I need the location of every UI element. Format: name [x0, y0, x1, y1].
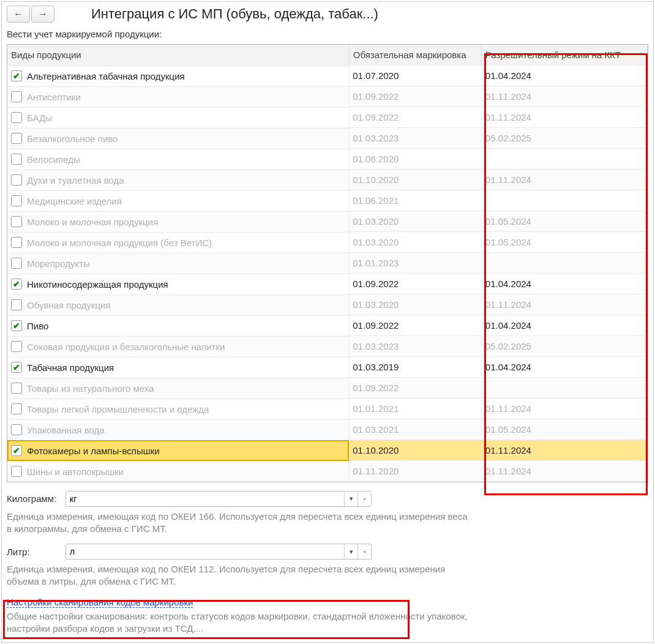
subtitle-label: Вести учет маркируемой продукции:	[7, 29, 648, 39]
row-name-label: Товары легкой промышленности и одежда	[27, 404, 209, 414]
table-row[interactable]: Товары легкой промышленности и одежда01.…	[7, 399, 648, 419]
table-row[interactable]: Обувная продукция01.03.202001.11.2024	[7, 294, 648, 315]
table-row[interactable]: Велосипеды01.06.2020	[7, 149, 648, 170]
row-name-label: Шины и автопокрышки	[27, 466, 124, 477]
kg-dropdown-button[interactable]: ▾	[344, 492, 357, 506]
col-header-name[interactable]: Виды продукции	[7, 45, 349, 66]
row-checkbox[interactable]	[11, 445, 22, 456]
liter-open-button[interactable]: ▫	[357, 544, 371, 559]
row-name-label: Духи и туалетная вода	[27, 175, 124, 185]
row-kkt-cell: 01.05.2024	[481, 232, 647, 253]
row-checkbox[interactable]	[11, 279, 22, 290]
row-checkbox[interactable]	[11, 174, 22, 185]
row-checkbox[interactable]	[11, 258, 22, 269]
kg-input[interactable]	[66, 492, 344, 506]
table-row[interactable]: Товары из натурального меха01.09.2022	[7, 378, 648, 399]
open-ref-icon: ▫	[364, 495, 366, 503]
table-row[interactable]: Морепродукты01.01.2023	[7, 253, 648, 274]
row-checkbox[interactable]	[11, 70, 22, 81]
row-checkbox[interactable]	[11, 320, 22, 331]
row-mandatory-cell: 01.06.2021	[349, 190, 481, 211]
row-mandatory-cell: 01.03.2020	[349, 232, 481, 253]
kg-open-button[interactable]: ▫	[357, 492, 371, 506]
row-mandatory-cell: 01.09.2022	[349, 315, 481, 336]
row-mandatory-cell: 01.07.2020	[349, 66, 481, 86]
row-checkbox[interactable]	[11, 424, 22, 435]
liter-input[interactable]	[66, 544, 344, 559]
row-checkbox[interactable]	[11, 341, 22, 352]
row-name-label: Фотокамеры и лампы-вспышки	[27, 446, 160, 456]
row-checkbox[interactable]	[11, 112, 22, 123]
row-name-label: Молоко и молочная продукция (без ВетИС)	[27, 238, 212, 248]
table-row[interactable]: БАДы01.09.202201.11.2024	[7, 107, 648, 128]
table-row[interactable]: Шины и автопокрышки01.11.202001.11.2024	[7, 461, 648, 482]
chevron-down-icon: ▾	[350, 548, 353, 556]
row-mandatory-cell: 01.09.2022	[349, 107, 481, 128]
row-mandatory-cell: 01.03.2021	[349, 419, 481, 440]
row-kkt-cell: 01.04.2024	[481, 357, 647, 378]
row-mandatory-cell: 01.09.2022	[349, 86, 481, 107]
col-header-mandatory[interactable]: Обязательная маркировка	[349, 45, 481, 66]
table-row[interactable]: Никотиносодержащая продукция01.09.202201…	[7, 274, 648, 294]
table-row[interactable]: Антисептики01.09.202201.11.2024	[7, 86, 648, 107]
row-kkt-cell: 01.11.2024	[481, 86, 647, 107]
row-checkbox[interactable]	[11, 383, 22, 394]
row-name-label: Морепродукты	[27, 258, 90, 269]
row-checkbox[interactable]	[11, 154, 22, 165]
row-kkt-cell: 05.02.2025	[481, 336, 647, 357]
row-mandatory-cell: 01.11.2020	[349, 461, 481, 482]
row-kkt-cell: 01.11.2024	[481, 170, 647, 190]
liter-dropdown-button[interactable]: ▾	[344, 544, 357, 559]
row-checkbox[interactable]	[11, 91, 22, 102]
row-kkt-cell	[481, 190, 647, 211]
row-checkbox[interactable]	[11, 299, 22, 310]
row-name-label: Медицинские изделия	[27, 196, 122, 206]
table-row[interactable]: Альтернативная табачная продукция01.07.2…	[7, 66, 648, 86]
row-name-label: БАДы	[27, 113, 52, 123]
table-row[interactable]: Табачная продукция01.03.201901.04.2024	[7, 357, 648, 378]
row-name-label: Альтернативная табачная продукция	[27, 71, 185, 81]
table-row[interactable]: Безалкогольное пиво01.03.202305.02.2025	[7, 128, 648, 149]
row-name-label: Обувная продукция	[27, 300, 111, 310]
nav-forward-button[interactable]: →	[31, 6, 54, 23]
kg-help-text: Единица измерения, имеющая код по ОКЕИ 1…	[7, 511, 472, 536]
table-row[interactable]: Пиво01.09.202201.04.2024	[7, 315, 648, 336]
row-name-label: Товары из натурального меха	[27, 383, 154, 394]
row-checkbox[interactable]	[11, 466, 22, 477]
row-name-label: Велосипеды	[27, 154, 80, 165]
row-checkbox[interactable]	[11, 237, 22, 248]
row-kkt-cell: 01.11.2024	[481, 461, 647, 482]
row-kkt-cell: 05.02.2025	[481, 128, 647, 149]
table-row[interactable]: Молоко и молочная продукция (без ВетИС)0…	[7, 232, 648, 253]
table-row[interactable]: Медицинские изделия01.06.2021	[7, 190, 648, 211]
row-name-label: Упакованная вода	[27, 425, 105, 435]
liter-input-combo[interactable]: ▾ ▫	[66, 544, 372, 560]
open-ref-icon: ▫	[364, 548, 366, 555]
liter-help-text: Единица измерения, имеющая код по ОКЕИ 1…	[7, 563, 472, 588]
row-mandatory-cell: 01.03.2019	[349, 357, 481, 378]
row-name-label: Никотиносодержащая продукция	[27, 279, 168, 290]
table-row[interactable]: Упакованная вода01.03.202101.05.2024	[7, 419, 648, 440]
chevron-down-icon: ▾	[350, 495, 353, 503]
scan-settings-link[interactable]: Настройки сканирования кодов маркировки	[7, 597, 193, 608]
table-row[interactable]: Молоко и молочная продукция01.03.202001.…	[7, 211, 648, 232]
row-kkt-cell: 01.04.2024	[481, 66, 647, 86]
row-name-label: Табачная продукция	[27, 362, 114, 373]
col-header-kkt[interactable]: Разрешительный режим на ККТ	[481, 45, 647, 66]
row-name-label: Соковая продукция и безалкогольные напит…	[27, 342, 225, 352]
nav-back-button[interactable]: ←	[7, 6, 30, 23]
table-row[interactable]: Соковая продукция и безалкогольные напит…	[7, 336, 648, 357]
table-row[interactable]: Духи и туалетная вода01.10.202001.11.202…	[7, 170, 648, 190]
row-mandatory-cell: 01.03.2020	[349, 211, 481, 232]
table-row[interactable]: Фотокамеры и лампы-вспышки01.10.202001.1…	[7, 440, 648, 461]
row-checkbox[interactable]	[11, 133, 22, 144]
row-checkbox[interactable]	[11, 362, 22, 373]
kg-input-combo[interactable]: ▾ ▫	[66, 491, 372, 507]
row-mandatory-cell: 01.09.2022	[349, 378, 481, 399]
row-checkbox[interactable]	[11, 403, 22, 414]
row-checkbox[interactable]	[11, 216, 22, 227]
scan-help-text: Общие настройки сканирования: контроль с…	[7, 610, 472, 635]
row-checkbox[interactable]	[11, 195, 22, 206]
row-mandatory-cell: 01.03.2023	[349, 336, 481, 357]
row-mandatory-cell: 01.01.2021	[349, 399, 481, 419]
